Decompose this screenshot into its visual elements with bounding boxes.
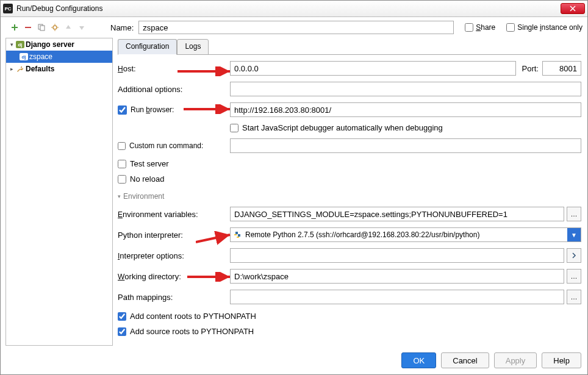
tree-defaults[interactable]: ▸ Defaults <box>6 63 112 75</box>
single-instance-label: Single instance only <box>517 23 583 32</box>
workdir-input[interactable] <box>230 269 564 284</box>
interp-opts-input[interactable] <box>230 248 564 263</box>
interpreter-combo[interactable]: Remote Python 2.7.5 (ssh://orhcard@192.1… <box>230 227 581 242</box>
name-label: Name: <box>110 23 134 32</box>
svg-point-2 <box>53 26 57 29</box>
share-checkbox[interactable] <box>465 23 473 32</box>
interpreter-value: Remote Python 2.7.5 (ssh://orhcard@192.1… <box>245 230 479 239</box>
add-content-label: Add content roots to PYTHONPATH <box>130 312 256 321</box>
environment-section[interactable]: ▾ Environment <box>118 192 581 201</box>
env-vars-input[interactable] <box>230 207 564 221</box>
django-icon: dj <box>16 41 24 48</box>
port-label: Port: <box>522 64 539 73</box>
down-icon[interactable] <box>76 22 87 33</box>
window-title: Run/Debug Configurations <box>16 4 561 13</box>
single-instance-wrap[interactable]: Single instance only <box>506 23 583 32</box>
custom-run-label: Custom run command: <box>129 141 203 150</box>
add-source-checkbox[interactable] <box>118 327 126 336</box>
up-icon[interactable] <box>63 22 74 33</box>
workdir-browse-button[interactable]: … <box>567 269 581 284</box>
collapse-icon[interactable]: ▾ <box>118 193 121 199</box>
copy-icon[interactable] <box>36 22 47 33</box>
run-browser-label: Run browser: <box>131 105 174 114</box>
workdir-label: Working directory: <box>118 272 230 281</box>
host-input[interactable] <box>230 61 516 76</box>
tree-django-label: Django server <box>26 40 74 49</box>
cancel-button[interactable]: Cancel <box>441 352 489 368</box>
close-button[interactable] <box>561 3 585 14</box>
share-label: Share <box>476 23 495 32</box>
add-source-label: Add source roots to PYTHONPATH <box>130 327 254 336</box>
help-button[interactable]: Help <box>542 352 581 368</box>
start-js-label: Start JavaScript debugger automatically … <box>242 123 443 132</box>
no-reload-label: No reload <box>130 174 164 184</box>
django-icon: dj <box>20 53 28 60</box>
tree-zspace[interactable]: dj zspace <box>6 51 112 63</box>
apply-button[interactable]: Apply <box>494 352 537 368</box>
env-vars-label: Environment variables: <box>118 210 230 219</box>
environment-label: Environment <box>123 192 164 201</box>
wrench-icon <box>16 65 24 73</box>
addl-options-input[interactable] <box>230 82 581 96</box>
addl-options-label: Additional options: <box>118 85 230 94</box>
env-vars-browse-button[interactable]: … <box>567 207 581 221</box>
test-server-label: Test server <box>130 159 169 168</box>
single-instance-checkbox[interactable] <box>506 23 515 32</box>
add-icon[interactable] <box>9 22 20 33</box>
python-icon <box>233 230 242 239</box>
start-js-checkbox[interactable] <box>230 124 238 132</box>
tab-logs[interactable]: Logs <box>177 39 209 55</box>
add-content-checkbox[interactable] <box>118 312 126 321</box>
svg-rect-1 <box>40 26 45 30</box>
tree-django-server[interactable]: ▾ dj Django server <box>6 38 112 51</box>
run-browser-input[interactable] <box>230 102 581 117</box>
tree-zspace-label: zspace <box>29 52 52 61</box>
port-input[interactable] <box>542 61 581 76</box>
interpreter-label: Python interpreter: <box>118 230 230 240</box>
no-reload-checkbox[interactable] <box>118 175 126 184</box>
collapse-icon[interactable]: ▾ <box>9 41 15 48</box>
path-map-input[interactable] <box>230 290 564 304</box>
interp-opts-label: Interpreter options: <box>118 251 230 260</box>
tab-configuration[interactable]: Configuration <box>118 39 177 55</box>
app-logo-icon: PC <box>3 4 13 13</box>
remove-icon[interactable] <box>23 22 34 33</box>
interp-opts-expand-button[interactable] <box>567 248 581 263</box>
test-server-checkbox[interactable] <box>118 160 126 168</box>
tree-defaults-label: Defaults <box>26 65 54 73</box>
ok-button[interactable]: OK <box>401 352 436 368</box>
expand-icon[interactable]: ▸ <box>9 66 15 72</box>
config-tree[interactable]: ▾ dj Django server dj zspace ▸ Defaults <box>5 38 113 346</box>
path-map-browse-button[interactable]: … <box>567 290 581 304</box>
custom-run-input[interactable] <box>230 138 581 153</box>
run-browser-checkbox[interactable] <box>118 105 127 115</box>
settings-icon[interactable] <box>49 22 60 33</box>
custom-run-checkbox[interactable] <box>118 142 126 150</box>
host-label: HHost:ost: <box>118 64 230 73</box>
path-map-label: Path mappings: <box>118 293 230 302</box>
dropdown-arrow-icon[interactable]: ▼ <box>567 228 581 241</box>
share-checkbox-wrap[interactable]: Share <box>465 23 495 32</box>
name-input[interactable] <box>138 21 454 34</box>
